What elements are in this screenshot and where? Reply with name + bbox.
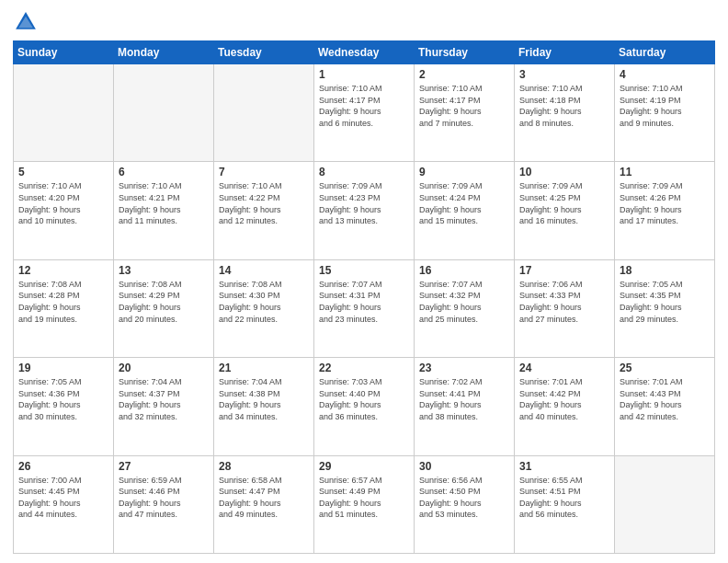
calendar-cell: 28Sunrise: 6:58 AM Sunset: 4:47 PM Dayli…: [214, 455, 314, 553]
day-number: 15: [319, 264, 409, 277]
day-info: Sunrise: 7:09 AM Sunset: 4:23 PM Dayligh…: [319, 180, 409, 226]
calendar-cell: 3Sunrise: 7:10 AM Sunset: 4:18 PM Daylig…: [515, 64, 615, 162]
calendar-cell: 31Sunrise: 6:55 AM Sunset: 4:51 PM Dayli…: [515, 455, 615, 553]
day-number: 22: [319, 362, 409, 374]
calendar-cell: 10Sunrise: 7:09 AM Sunset: 4:25 PM Dayli…: [515, 162, 615, 259]
logo-icon: [13, 9, 39, 35]
week-row-3: 19Sunrise: 7:05 AM Sunset: 4:36 PM Dayli…: [14, 358, 715, 455]
day-number: 27: [119, 460, 209, 473]
day-number: 19: [18, 362, 108, 374]
day-number: 24: [519, 362, 609, 374]
day-info: Sunrise: 6:58 AM Sunset: 4:47 PM Dayligh…: [219, 475, 309, 521]
calendar-cell: 16Sunrise: 7:07 AM Sunset: 4:32 PM Dayli…: [415, 259, 515, 357]
day-number: 4: [620, 68, 710, 81]
day-number: 8: [319, 166, 409, 178]
weekday-header-thursday: Thursday: [415, 41, 515, 64]
day-number: 2: [419, 68, 509, 81]
calendar-cell: 27Sunrise: 6:59 AM Sunset: 4:46 PM Dayli…: [114, 455, 214, 553]
day-number: 6: [119, 166, 209, 178]
day-number: 26: [18, 460, 108, 473]
calendar-cell: [114, 64, 214, 162]
day-number: 1: [319, 68, 409, 81]
day-number: 23: [419, 362, 509, 374]
calendar-table: SundayMondayTuesdayWednesdayThursdayFrid…: [13, 40, 715, 554]
calendar-cell: 15Sunrise: 7:07 AM Sunset: 4:31 PM Dayli…: [314, 259, 415, 357]
day-info: Sunrise: 6:56 AM Sunset: 4:50 PM Dayligh…: [419, 475, 509, 521]
calendar-cell: 26Sunrise: 7:00 AM Sunset: 4:45 PM Dayli…: [14, 455, 114, 553]
day-number: 7: [219, 166, 309, 178]
calendar-cell: 23Sunrise: 7:02 AM Sunset: 4:41 PM Dayli…: [415, 358, 515, 455]
day-info: Sunrise: 6:57 AM Sunset: 4:49 PM Dayligh…: [319, 475, 409, 521]
day-number: 30: [419, 460, 509, 473]
day-number: 28: [219, 460, 309, 473]
day-info: Sunrise: 7:10 AM Sunset: 4:17 PM Dayligh…: [419, 83, 509, 129]
week-row-4: 26Sunrise: 7:00 AM Sunset: 4:45 PM Dayli…: [14, 455, 715, 553]
calendar-cell: 25Sunrise: 7:01 AM Sunset: 4:43 PM Dayli…: [615, 358, 715, 455]
week-row-0: 1Sunrise: 7:10 AM Sunset: 4:17 PM Daylig…: [14, 64, 715, 162]
calendar-cell: 5Sunrise: 7:10 AM Sunset: 4:20 PM Daylig…: [14, 162, 114, 259]
calendar-cell: 24Sunrise: 7:01 AM Sunset: 4:42 PM Dayli…: [515, 358, 615, 455]
day-info: Sunrise: 7:00 AM Sunset: 4:45 PM Dayligh…: [18, 475, 108, 521]
day-number: 18: [620, 264, 710, 277]
calendar-cell: 17Sunrise: 7:06 AM Sunset: 4:33 PM Dayli…: [515, 259, 615, 357]
day-info: Sunrise: 7:06 AM Sunset: 4:33 PM Dayligh…: [519, 279, 609, 325]
calendar-cell: 13Sunrise: 7:08 AM Sunset: 4:29 PM Dayli…: [114, 259, 214, 357]
calendar-cell: [14, 64, 114, 162]
day-number: 21: [219, 362, 309, 374]
weekday-header-wednesday: Wednesday: [314, 41, 415, 64]
calendar-cell: 12Sunrise: 7:08 AM Sunset: 4:28 PM Dayli…: [14, 259, 114, 357]
calendar-cell: 20Sunrise: 7:04 AM Sunset: 4:37 PM Dayli…: [114, 358, 214, 455]
logo: [13, 9, 42, 35]
calendar-cell: 29Sunrise: 6:57 AM Sunset: 4:49 PM Dayli…: [314, 455, 415, 553]
day-info: Sunrise: 7:07 AM Sunset: 4:31 PM Dayligh…: [319, 279, 409, 325]
calendar-cell: 1Sunrise: 7:10 AM Sunset: 4:17 PM Daylig…: [314, 64, 415, 162]
calendar-cell: 9Sunrise: 7:09 AM Sunset: 4:24 PM Daylig…: [415, 162, 515, 259]
weekday-header-saturday: Saturday: [615, 41, 715, 64]
day-info: Sunrise: 7:02 AM Sunset: 4:41 PM Dayligh…: [419, 376, 509, 422]
day-info: Sunrise: 7:01 AM Sunset: 4:43 PM Dayligh…: [620, 376, 710, 422]
calendar-cell: [615, 455, 715, 553]
page: SundayMondayTuesdayWednesdayThursdayFrid…: [0, 0, 728, 563]
day-info: Sunrise: 7:08 AM Sunset: 4:30 PM Dayligh…: [219, 279, 309, 325]
day-number: 9: [419, 166, 509, 178]
calendar-cell: 18Sunrise: 7:05 AM Sunset: 4:35 PM Dayli…: [615, 259, 715, 357]
calendar-cell: 6Sunrise: 7:10 AM Sunset: 4:21 PM Daylig…: [114, 162, 214, 259]
calendar-cell: [214, 64, 314, 162]
day-number: 17: [519, 264, 609, 277]
day-number: 11: [620, 166, 710, 178]
calendar-cell: 2Sunrise: 7:10 AM Sunset: 4:17 PM Daylig…: [415, 64, 515, 162]
day-info: Sunrise: 7:08 AM Sunset: 4:29 PM Dayligh…: [119, 279, 209, 325]
day-info: Sunrise: 6:55 AM Sunset: 4:51 PM Dayligh…: [519, 475, 609, 521]
day-number: 5: [18, 166, 108, 178]
day-number: 31: [519, 460, 609, 473]
day-number: 10: [519, 166, 609, 178]
weekday-header-monday: Monday: [114, 41, 214, 64]
week-row-1: 5Sunrise: 7:10 AM Sunset: 4:20 PM Daylig…: [14, 162, 715, 259]
day-number: 13: [119, 264, 209, 277]
calendar-cell: 21Sunrise: 7:04 AM Sunset: 4:38 PM Dayli…: [214, 358, 314, 455]
day-number: 14: [219, 264, 309, 277]
day-number: 25: [620, 362, 710, 374]
day-info: Sunrise: 6:59 AM Sunset: 4:46 PM Dayligh…: [119, 475, 209, 521]
calendar-cell: 4Sunrise: 7:10 AM Sunset: 4:19 PM Daylig…: [615, 64, 715, 162]
day-info: Sunrise: 7:09 AM Sunset: 4:24 PM Dayligh…: [419, 180, 509, 226]
day-info: Sunrise: 7:08 AM Sunset: 4:28 PM Dayligh…: [18, 279, 108, 325]
day-info: Sunrise: 7:04 AM Sunset: 4:37 PM Dayligh…: [119, 376, 209, 422]
day-info: Sunrise: 7:09 AM Sunset: 4:26 PM Dayligh…: [620, 180, 710, 226]
calendar-cell: 8Sunrise: 7:09 AM Sunset: 4:23 PM Daylig…: [314, 162, 415, 259]
calendar-cell: 14Sunrise: 7:08 AM Sunset: 4:30 PM Dayli…: [214, 259, 314, 357]
day-number: 20: [119, 362, 209, 374]
calendar-cell: 11Sunrise: 7:09 AM Sunset: 4:26 PM Dayli…: [615, 162, 715, 259]
header: [13, 9, 715, 35]
day-info: Sunrise: 7:10 AM Sunset: 4:17 PM Dayligh…: [319, 83, 409, 129]
day-info: Sunrise: 7:04 AM Sunset: 4:38 PM Dayligh…: [219, 376, 309, 422]
calendar-cell: 7Sunrise: 7:10 AM Sunset: 4:22 PM Daylig…: [214, 162, 314, 259]
weekday-header-sunday: Sunday: [14, 41, 114, 64]
day-number: 16: [419, 264, 509, 277]
calendar-cell: 19Sunrise: 7:05 AM Sunset: 4:36 PM Dayli…: [14, 358, 114, 455]
weekday-header-row: SundayMondayTuesdayWednesdayThursdayFrid…: [14, 41, 715, 64]
day-info: Sunrise: 7:10 AM Sunset: 4:22 PM Dayligh…: [219, 180, 309, 226]
weekday-header-friday: Friday: [515, 41, 615, 64]
day-info: Sunrise: 7:03 AM Sunset: 4:40 PM Dayligh…: [319, 376, 409, 422]
day-info: Sunrise: 7:09 AM Sunset: 4:25 PM Dayligh…: [519, 180, 609, 226]
